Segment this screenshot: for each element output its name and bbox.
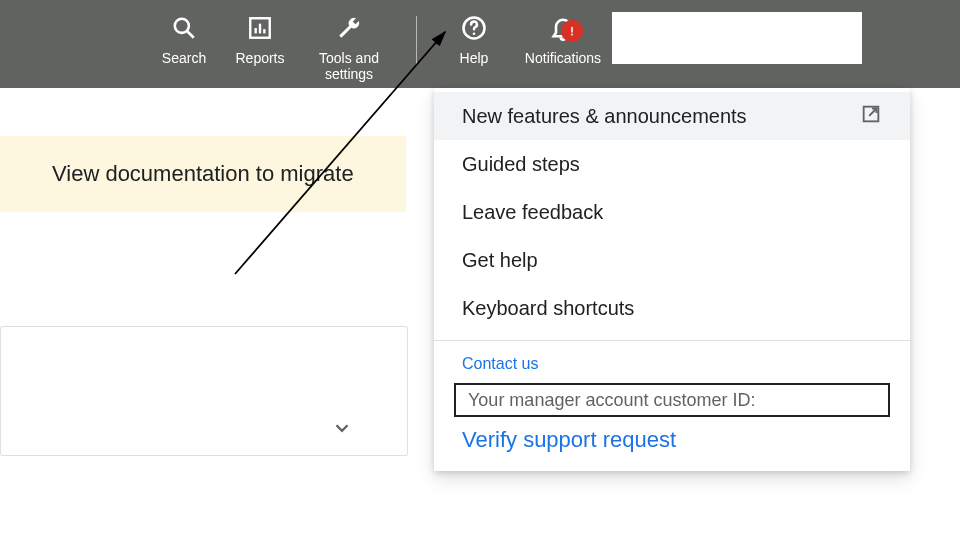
nav-notifications[interactable]: Notifications [513, 14, 613, 82]
nav-search-label: Search [162, 50, 206, 66]
menu-item-label: Guided steps [462, 153, 580, 176]
reports-icon [247, 14, 273, 42]
nav-notifications-label: Notifications [525, 50, 601, 66]
menu-divider [434, 340, 910, 341]
menu-item-new-features[interactable]: New features & announcements [434, 92, 910, 140]
nav-tools[interactable]: Tools and settings [300, 14, 398, 82]
menu-item-label: Keyboard shortcuts [462, 297, 634, 320]
nav-help[interactable]: Help [435, 14, 513, 82]
migration-banner[interactable]: View documentation to migrate [0, 136, 406, 212]
customer-id-label: Your manager account customer ID: [468, 390, 755, 411]
search-icon [171, 14, 197, 42]
help-menu: New features & announcements Guided step… [434, 88, 910, 471]
nav-divider [416, 16, 417, 64]
svg-point-7 [473, 33, 476, 36]
bell-icon [549, 14, 577, 42]
verify-support-request-link[interactable]: Verify support request [434, 417, 910, 453]
contact-us-header: Contact us [434, 355, 910, 373]
nav-reports[interactable]: Reports [220, 14, 300, 82]
svg-point-0 [175, 19, 189, 33]
migration-banner-text: View documentation to migrate [52, 161, 354, 187]
topbar: Search Reports Tools and settings [0, 0, 960, 88]
wrench-icon [336, 14, 362, 42]
notification-badge [561, 20, 583, 42]
menu-item-get-help[interactable]: Get help [434, 236, 910, 284]
collapsible-card[interactable] [0, 326, 408, 456]
nav-search[interactable]: Search [148, 14, 220, 82]
menu-item-leave-feedback[interactable]: Leave feedback [434, 188, 910, 236]
svg-line-1 [187, 31, 194, 38]
help-icon [460, 14, 488, 42]
nav-help-label: Help [460, 50, 489, 66]
nav-items: Search Reports Tools and settings [148, 14, 613, 82]
menu-item-guided-steps[interactable]: Guided steps [434, 140, 910, 188]
customer-id-box: Your manager account customer ID: [454, 383, 890, 417]
menu-item-label: Leave feedback [462, 201, 603, 224]
svg-point-9 [571, 34, 573, 36]
menu-item-label: New features & announcements [462, 105, 747, 128]
menu-item-keyboard-shortcuts[interactable]: Keyboard shortcuts [434, 284, 910, 332]
open-external-icon [860, 103, 882, 130]
menu-item-label: Get help [462, 249, 538, 272]
verify-link-text: Verify support request [462, 427, 676, 452]
profile-box[interactable] [612, 12, 862, 64]
chevron-down-icon[interactable] [331, 417, 353, 443]
nav-tools-label: Tools and settings [319, 50, 379, 82]
nav-reports-label: Reports [235, 50, 284, 66]
